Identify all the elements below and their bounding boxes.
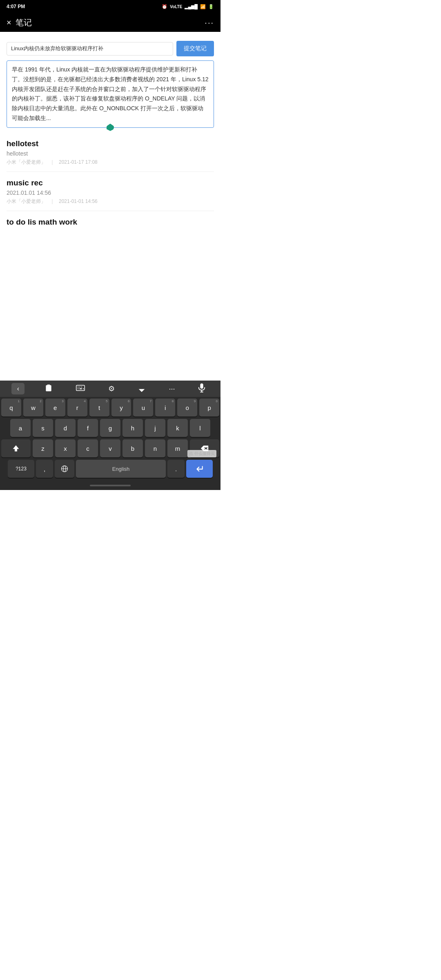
keyboard-settings-button[interactable]: ⚙	[105, 383, 118, 395]
key-row-1: 1q 2w 3e 4r 5t 6y 7u 8i 9o 0p	[1, 399, 219, 416]
status-time: 4:07 PM	[7, 4, 25, 9]
signal-icon: ▂▄▆█	[185, 4, 198, 9]
top-bar: × 笔记 ···	[0, 13, 220, 32]
keyboard-toolbar: ‹ ⚙	[0, 381, 220, 397]
key-h[interactable]: h	[122, 419, 143, 437]
note-item[interactable]: to do lis math work	[7, 211, 214, 234]
keyboard-layout-button[interactable]	[73, 383, 88, 395]
key-c[interactable]: c	[78, 439, 98, 457]
toolbar-more-button[interactable]: ···	[165, 383, 178, 395]
alarm-icon: ⏰	[162, 4, 167, 9]
key-x[interactable]: x	[55, 439, 76, 457]
key-row-4: ?123 , English .	[1, 460, 219, 478]
cursor-handle[interactable]	[107, 124, 114, 131]
key-u[interactable]: 7u	[133, 399, 153, 416]
note-item-meta: 小米「小爱老师」 ｜ 2021-01-17 17:08	[7, 159, 214, 166]
key-e[interactable]: 3e	[45, 399, 65, 416]
key-row-3: z x c v b n m	[1, 439, 219, 457]
key-v[interactable]: v	[100, 439, 120, 457]
note-content-box[interactable]: 早在 1991 年代，Linux 内核就一直在为软驱驱动程序提供维护更新和打补丁…	[7, 60, 214, 128]
key-n[interactable]: n	[145, 439, 165, 457]
note-item-title: hellotest	[7, 139, 214, 148]
svg-rect-8	[200, 383, 203, 389]
note-item[interactable]: music rec 2021.01.01 14:56 小米「小爱老师」 ｜ 20…	[7, 172, 214, 211]
note-input-row: 提交笔记	[7, 41, 214, 56]
cursor-button[interactable]	[135, 382, 149, 396]
note-item-datetime: 2021-01-17 17:08	[59, 159, 98, 165]
key-r[interactable]: 4r	[67, 399, 87, 416]
key-a[interactable]: a	[10, 419, 31, 437]
note-item-source: 小米「小爱老师」	[7, 159, 46, 166]
note-item-title: to do lis math work	[7, 218, 214, 227]
note-item-preview: hellotest	[7, 150, 214, 157]
period-key[interactable]: .	[167, 460, 185, 478]
page-title: 笔记	[16, 17, 32, 28]
key-s[interactable]: s	[33, 419, 53, 437]
note-item-title: music rec	[7, 178, 214, 187]
note-list: hellotest hellotest 小米「小爱老师」 ｜ 2021-01-1…	[7, 133, 214, 234]
key-t[interactable]: 5t	[89, 399, 109, 416]
wifi-icon: 📶	[200, 4, 206, 9]
globe-key[interactable]	[55, 460, 74, 478]
key-q[interactable]: 1q	[1, 399, 21, 416]
note-item[interactable]: hellotest hellotest 小米「小爱老师」 ｜ 2021-01-1…	[7, 133, 214, 172]
watermark: 点 什么值得买	[187, 450, 216, 457]
battery-icon: 🔋	[208, 4, 214, 9]
key-b[interactable]: b	[122, 439, 143, 457]
note-item-datetime: 2021-01-01 14:56	[59, 198, 98, 204]
key-l[interactable]: l	[190, 419, 210, 437]
status-bar: 4:07 PM ⏰ VoLTE ▂▄▆█ 📶 🔋	[0, 0, 220, 13]
status-icons: ⏰ VoLTE ▂▄▆█ 📶 🔋	[162, 4, 214, 9]
keyboard-back-button[interactable]: ‹	[11, 383, 24, 394]
key-z[interactable]: z	[33, 439, 53, 457]
mic-button[interactable]	[195, 382, 209, 396]
submit-note-button[interactable]: 提交笔记	[176, 41, 214, 56]
keyboard-icon	[76, 385, 85, 393]
key-m[interactable]: m	[167, 439, 188, 457]
svg-rect-0	[47, 384, 50, 385]
key-row-2: a s d f g h j k l	[1, 419, 219, 437]
key-p[interactable]: 0p	[199, 399, 219, 416]
clipboard-icon	[45, 384, 53, 394]
content-area: 提交笔记 早在 1991 年代，Linux 内核就一直在为软驱驱动程序提供维护更…	[0, 32, 220, 234]
mic-icon	[198, 383, 205, 394]
enter-key[interactable]	[186, 460, 213, 478]
space-key[interactable]: English	[76, 460, 166, 478]
key-f[interactable]: f	[78, 419, 98, 437]
note-item-preview: 2021.01.01 14:56	[7, 189, 214, 196]
key-k[interactable]: k	[167, 419, 188, 437]
note-title-input[interactable]	[7, 42, 173, 56]
num-key[interactable]: ?123	[8, 460, 34, 478]
note-item-meta: 小米「小爱老师」 ｜ 2021-01-01 14:56	[7, 198, 214, 205]
note-item-source: 小米「小爱老师」	[7, 198, 46, 205]
gear-icon: ⚙	[108, 384, 115, 393]
shift-key[interactable]	[1, 439, 31, 457]
note-content-text: 早在 1991 年代，Linux 内核就一直在为软驱驱动程序提供维护更新和打补丁…	[12, 66, 209, 121]
key-d[interactable]: d	[55, 419, 76, 437]
cursor-icon	[138, 384, 145, 394]
key-i[interactable]: 8i	[155, 399, 175, 416]
more-button[interactable]: ···	[205, 18, 214, 27]
clipboard-button[interactable]	[41, 382, 56, 396]
key-g[interactable]: g	[100, 419, 120, 437]
key-w[interactable]: 2w	[23, 399, 43, 416]
key-y[interactable]: 6y	[111, 399, 131, 416]
key-o[interactable]: 9o	[177, 399, 197, 416]
key-j[interactable]: j	[145, 419, 165, 437]
home-indicator	[90, 485, 131, 486]
svg-rect-1	[76, 385, 85, 390]
close-button[interactable]: ×	[7, 18, 11, 27]
home-bar	[0, 481, 220, 490]
volte-icon: VoLTE	[170, 4, 182, 9]
back-chevron-icon: ‹	[17, 385, 19, 392]
top-bar-left: × 笔记	[7, 17, 32, 28]
keyboard-keys: 1q 2w 3e 4r 5t 6y 7u 8i 9o 0p a s d f g …	[0, 397, 220, 481]
keyboard-area: ‹ ⚙	[0, 381, 220, 490]
more-dots-icon: ···	[169, 385, 175, 393]
comma-key[interactable]: ,	[36, 460, 53, 478]
